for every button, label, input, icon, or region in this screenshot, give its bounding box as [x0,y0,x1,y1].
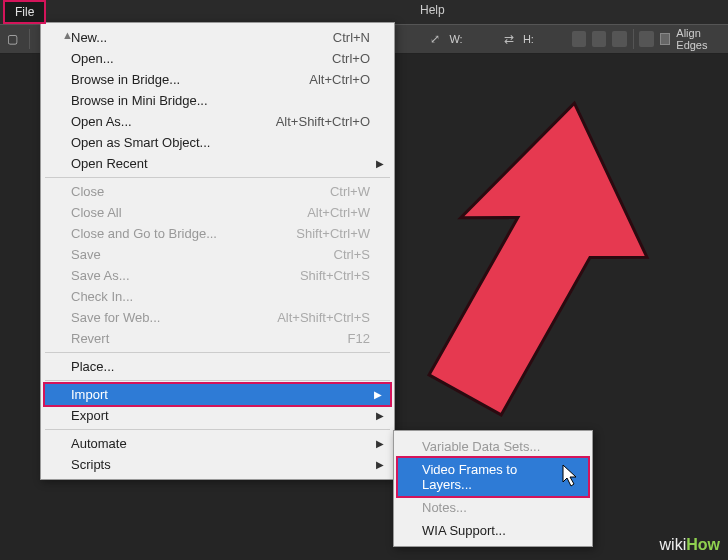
menu-separator [45,177,390,178]
file-menu-button[interactable]: File [3,0,46,24]
align-icon-2[interactable] [592,31,606,47]
menu-bar: File [0,0,728,24]
menu-item-close-goto[interactable]: Close and Go to Bridge...Shift+Ctrl+W [43,223,392,244]
link-icon[interactable]: ⤢ [428,30,444,48]
menu-item-automate[interactable]: Automate▶ [43,433,392,454]
menu-item-save-as[interactable]: Save As...Shift+Ctrl+S [43,265,392,286]
chevron-right-icon: ▶ [374,389,382,400]
submenu-item-variable-data[interactable]: Variable Data Sets... [396,435,590,458]
separator [633,29,634,49]
menu-item-import[interactable]: Import▶ [43,382,392,407]
height-label: H: [523,33,534,45]
wiki-text: wiki [660,536,687,553]
menu-item-open-as[interactable]: Open As...Alt+Shift+Ctrl+O [43,111,392,132]
menu-item-save[interactable]: SaveCtrl+S [43,244,392,265]
chevron-right-icon: ▶ [376,459,384,470]
menu-item-open-recent[interactable]: Open Recent▶ [43,153,392,174]
align-edges-checkbox[interactable] [660,33,671,45]
menu-item-scripts[interactable]: Scripts▶ [43,454,392,475]
menu-separator [45,352,390,353]
file-menu-dropdown: New...Ctrl+N Open...Ctrl+O Browse in Bri… [40,22,395,480]
menu-item-save-web[interactable]: Save for Web...Alt+Shift+Ctrl+S [43,307,392,328]
submenu-item-wia[interactable]: WIA Support... [396,519,590,542]
menu-item-close-all[interactable]: Close AllAlt+Ctrl+W [43,202,392,223]
submenu-item-notes[interactable]: Notes... [396,496,590,519]
import-submenu: Variable Data Sets... Video Frames to La… [393,430,593,547]
menu-item-browse-mini[interactable]: Browse in Mini Bridge... [43,90,392,111]
chevron-right-icon: ▶ [376,410,384,421]
chevron-right-icon: ▶ [376,438,384,449]
menu-separator [45,380,390,381]
menu-item-open[interactable]: Open...Ctrl+O [43,48,392,69]
width-label: W: [449,33,462,45]
align-edges-label: Align Edges [676,27,728,51]
align-icon-3[interactable] [612,31,626,47]
menu-item-revert[interactable]: RevertF12 [43,328,392,349]
submenu-item-video-frames[interactable]: Video Frames to Layers... [396,456,590,498]
menu-item-close[interactable]: CloseCtrl+W [43,181,392,202]
menu-item-open-smart[interactable]: Open as Smart Object... [43,132,392,153]
menu-item-browse-bridge[interactable]: Browse in Bridge...Alt+Ctrl+O [43,69,392,90]
tool-preset-icon[interactable]: ▢ [5,30,21,48]
align-icon-1[interactable] [572,31,586,47]
menu-item-new[interactable]: New...Ctrl+N [43,27,392,48]
how-text: How [686,536,720,553]
menu-item-place[interactable]: Place... [43,356,392,377]
chevron-right-icon: ▶ [376,158,384,169]
menu-item-check-in[interactable]: Check In... [43,286,392,307]
swap-icon[interactable]: ⇄ [501,30,517,48]
menu-item-export[interactable]: Export▶ [43,405,392,426]
separator [29,29,30,49]
wikihow-attribution: wikiHow [660,536,720,554]
recent-indicator-icon: ▲ [62,29,73,41]
menu-separator [45,429,390,430]
help-menu-button[interactable]: Help [420,3,445,17]
gear-icon[interactable] [639,31,653,47]
